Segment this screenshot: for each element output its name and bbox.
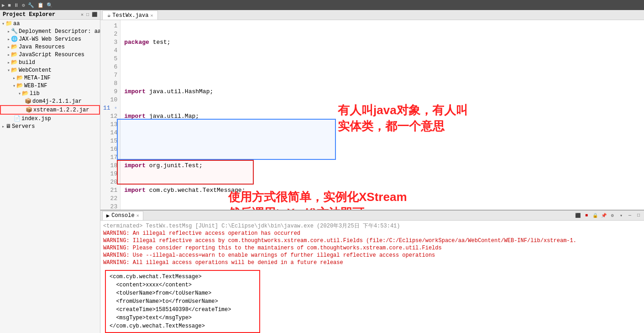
tree-label: WEB-INF (24, 83, 47, 89)
leaf-icon: ▸ (7, 60, 10, 65)
console-tab[interactable]: ▶ Console ✕ (102, 211, 143, 220)
console-panel: ▶ Console ✕ ⬛ ■ 🔒 📌 ⚙ ▾ — □ (100, 210, 644, 333)
code-line-1: package test; (124, 38, 640, 47)
tree-item-xstream[interactable]: 📦 xstream-1.2.2.jar (0, 105, 100, 115)
tree-item-index-jsp[interactable]: 📄 index.jsp (0, 115, 100, 122)
code-line-5 (124, 137, 640, 145)
editor-area: ☕ TestWx.java ✕ 1 2 3 4 5 6 7 (100, 10, 644, 333)
code-line-6: import org.junit.Test; (124, 162, 640, 170)
leaf-icon: ▸ (2, 124, 5, 129)
tree-label: META-INF (24, 75, 51, 81)
project-icon: 📁 (5, 20, 12, 27)
tree-label: JAX-WS Web Services (19, 36, 81, 42)
tree-item-lib[interactable]: ▾ 📂 lib (0, 90, 100, 97)
xml-line-3: <toUserName>from</toUserName> (110, 289, 256, 297)
sidebar-title: Project Explorer (3, 11, 55, 18)
tree-item-webcontent[interactable]: ▾ 📂 WebContent (0, 66, 100, 74)
leaf-icon: ▸ (7, 44, 10, 50)
expand-icon: ▾ (13, 83, 16, 89)
folder-icon: 📂 (11, 59, 18, 66)
tree-item-build[interactable]: ▸ 📂 build (0, 58, 100, 66)
xml-output-box: <com.cyb.wechat.TextMessage> <content>xx… (105, 270, 260, 333)
tree-label: Servers (12, 123, 35, 130)
code-line-4: import java.util.Map; (124, 112, 640, 121)
console-tab-label: Console (111, 212, 134, 219)
tree-label: aa (13, 21, 20, 27)
expand-icon: ▾ (2, 21, 5, 26)
jar-icon: 📦 (25, 98, 31, 105)
xml-line-6: <msgType>text</msgType> (110, 314, 256, 322)
leaf-icon: ▸ (13, 75, 16, 81)
tree-label: Java Resources (19, 44, 65, 50)
tree-item-web-inf[interactable]: ▾ 📂 WEB-INF (0, 82, 100, 90)
console-content[interactable]: <terminated> TestWx.testMsg [JUnit] C:\E… (100, 221, 644, 333)
expand-icon: ▾ (7, 68, 10, 73)
console-clear-button[interactable]: ⬛ (574, 212, 581, 219)
tree-item-jaxws[interactable]: ▸ 🌐 JAX-WS Web Services (0, 35, 100, 43)
file-icon: 📄 (14, 115, 21, 122)
code-editor[interactable]: 1 2 3 4 5 6 7 8 9 10 11 ◦ 12 13 14 (100, 20, 644, 210)
leaf-icon: ▸ (7, 52, 10, 58)
sidebar: Project Explorer ✕ □ ⬛ ▾ 📁 aa ▸ 🔧 Deploy… (0, 10, 100, 333)
console-icon: ▶ (106, 212, 110, 219)
console-minimize-button[interactable]: — (626, 212, 634, 219)
console-menu-button[interactable]: ▾ (618, 212, 625, 219)
main-layout: Project Explorer ✕ □ ⬛ ▾ 📁 aa ▸ 🔧 Deploy… (0, 10, 644, 333)
console-pin-button[interactable]: 📌 (600, 212, 607, 219)
jar-icon: 📦 (26, 106, 32, 113)
xml-line-7: </com.cyb.wechat.TextMessage> (110, 322, 256, 330)
toolbar-icons: ▶ ■ ⏸ ⚙ 🔧 📋 🔍 (2, 2, 53, 8)
console-warning-4: WARNING: Use --illegal-access=warn to en… (103, 252, 641, 259)
folder-icon: 📂 (11, 67, 18, 74)
tree-item-servers[interactable]: ▸ 🖥 Servers (0, 122, 100, 130)
console-terminate-button[interactable]: ■ (583, 212, 590, 219)
server-icon: 🖥 (5, 123, 11, 130)
console-scroll-lock-button[interactable]: 🔒 (592, 212, 599, 219)
ws-icon: 🌐 (11, 36, 18, 42)
console-settings-button[interactable]: ⚙ (609, 212, 616, 219)
tree-item-java-resources[interactable]: ▸ 📂 Java Resources (0, 43, 100, 51)
java-file-icon: ☕ (107, 12, 110, 19)
leaf-icon: ▸ (7, 37, 10, 42)
line-numbers: 1 2 3 4 5 6 7 8 9 10 11 ◦ 12 13 14 (100, 20, 120, 210)
console-toolbar: ⬛ ■ 🔒 📌 ⚙ ▾ — □ (574, 212, 644, 219)
tree-item-aa[interactable]: ▾ 📁 aa (0, 20, 100, 27)
console-tab-close[interactable]: ✕ (136, 213, 139, 218)
leaf-icon: ▸ (7, 29, 10, 34)
folder-icon: 📂 (16, 74, 23, 81)
editor-tab-bar: ☕ TestWx.java ✕ (100, 10, 644, 20)
console-warning-3: WARNING: Please consider reporting this … (103, 244, 641, 252)
tree-label: Deployment Descriptor: aa (19, 28, 100, 35)
xml-line-4: <fromUserName>to</fromUserName> (110, 297, 256, 306)
console-terminated-line: <terminated> TestWx.testMsg [JUnit] C:\E… (103, 222, 641, 230)
expand-icon: ▾ (18, 91, 21, 96)
tree-label: WebContent (19, 67, 52, 74)
folder-icon: 📂 (16, 82, 23, 89)
xml-line-1: <com.cyb.wechat.TextMessage> (110, 273, 256, 281)
sidebar-toolbar-icons: ✕ □ ⬛ (81, 12, 97, 17)
tree-item-deployment[interactable]: ▸ 🔧 Deployment Descriptor: aa (0, 27, 100, 35)
console-tab-bar: ▶ Console ✕ ⬛ ■ 🔒 📌 ⚙ ▾ — □ (100, 211, 644, 221)
sidebar-header: Project Explorer ✕ □ ⬛ (0, 10, 100, 20)
editor-tab-testwx[interactable]: ☕ TestWx.java ✕ (102, 11, 158, 20)
tree-item-dom4j[interactable]: 📦 dom4j-2.1.1.jar (0, 97, 100, 105)
tree-label: xstream-1.2.2.jar (33, 107, 89, 113)
code-line-3: import java.util.HashMap; (124, 88, 640, 96)
tree-item-meta-inf[interactable]: ▸ 📂 META-INF (0, 74, 100, 82)
sidebar-content[interactable]: ▾ 📁 aa ▸ 🔧 Deployment Descriptor: aa ▸ 🌐… (0, 20, 100, 333)
folder-icon: 📂 (22, 90, 29, 97)
tree-label: JavaScript Resources (19, 52, 84, 58)
folder-icon: 📂 (11, 51, 18, 58)
tree-label: dom4j-2.1.1.jar (32, 98, 82, 105)
tree-label: build (19, 59, 35, 66)
tree-item-js-resources[interactable]: ▸ 📂 JavaScript Resources (0, 51, 100, 58)
xml-output-container: <com.cyb.wechat.TextMessage> <content>xx… (103, 268, 641, 333)
tab-close-button[interactable]: ✕ (150, 13, 153, 18)
code-lines: package test; import java.util.HashMap; … (120, 20, 644, 210)
folder-icon: 📂 (11, 43, 18, 50)
console-maximize-button[interactable]: □ (635, 212, 642, 219)
xml-line-5: <createTime>1585140398</createTime> (110, 306, 256, 314)
console-warning-1: WARNING: An illegal reflective access op… (103, 230, 641, 237)
deployment-icon: 🔧 (11, 28, 18, 35)
console-warning-2: WARNING: Illegal reflective access by co… (103, 237, 641, 244)
